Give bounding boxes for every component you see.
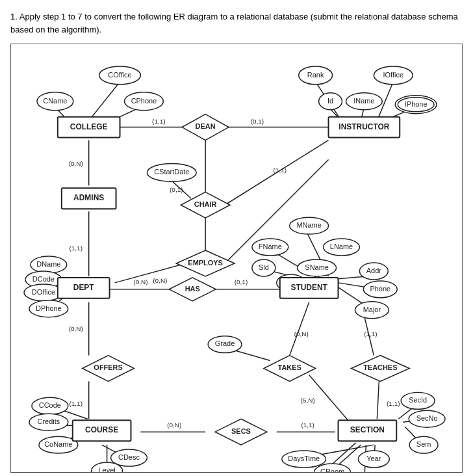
svg-text:SecId: SecId xyxy=(409,396,427,404)
svg-text:(0,N): (0,N) xyxy=(133,279,147,286)
svg-text:STUDENT: STUDENT xyxy=(290,283,327,292)
svg-text:Grade: Grade xyxy=(215,339,235,347)
svg-line-0 xyxy=(89,82,120,121)
svg-text:(0,1): (0,1) xyxy=(170,186,183,193)
svg-text:CDesc: CDesc xyxy=(118,453,140,461)
svg-text:(0,N): (0,N) xyxy=(167,421,181,429)
svg-text:SecNo: SecNo xyxy=(416,414,438,422)
svg-text:SECS: SECS xyxy=(231,427,251,435)
svg-text:Id: Id xyxy=(327,97,333,105)
svg-text:Addr: Addr xyxy=(366,267,381,274)
svg-text:DaysTime: DaysTime xyxy=(288,455,320,462)
svg-line-34 xyxy=(290,302,309,356)
svg-text:IOffice: IOffice xyxy=(383,71,403,79)
svg-text:Year: Year xyxy=(366,455,381,462)
svg-text:Rank: Rank xyxy=(307,71,324,79)
svg-text:CoName: CoName xyxy=(44,440,72,448)
svg-text:DEAN: DEAN xyxy=(196,123,216,131)
svg-text:Major: Major xyxy=(363,306,381,313)
svg-text:COffice: COffice xyxy=(108,71,131,79)
svg-text:HAS: HAS xyxy=(185,285,200,293)
svg-text:(1,1): (1,1) xyxy=(70,400,83,407)
svg-text:MName: MName xyxy=(296,221,321,229)
svg-text:Level: Level xyxy=(99,466,116,472)
svg-text:(1,1): (1,1) xyxy=(274,166,287,174)
svg-text:(1,1): (1,1) xyxy=(364,330,377,337)
svg-text:CCode: CCode xyxy=(39,401,61,409)
svg-text:Sem: Sem xyxy=(416,440,431,448)
svg-text:CRoom: CRoom xyxy=(320,468,344,472)
svg-text:(1,1): (1,1) xyxy=(301,421,314,429)
svg-text:Sld: Sld xyxy=(259,263,269,271)
svg-text:COURSE: COURSE xyxy=(85,425,118,434)
svg-text:(1,1): (1,1) xyxy=(70,245,83,252)
svg-text:Credits: Credits xyxy=(38,417,60,425)
question-number: 1. xyxy=(10,12,18,21)
svg-text:(5,N): (5,N) xyxy=(301,397,315,404)
svg-text:EMPLOYS: EMPLOYS xyxy=(188,259,223,267)
svg-text:(1,1): (1,1) xyxy=(152,118,165,125)
svg-text:DOffice: DOffice xyxy=(32,288,55,296)
svg-text:IPhone: IPhone xyxy=(405,100,428,108)
svg-text:(0,N): (0,N) xyxy=(153,277,167,284)
svg-text:DPhone: DPhone xyxy=(36,304,62,312)
question-body: Apply step 1 to 7 to convert the followi… xyxy=(10,12,458,34)
svg-text:TAKES: TAKES xyxy=(278,364,301,371)
svg-text:(0,1): (0,1) xyxy=(235,279,248,286)
svg-text:(0,N): (0,N) xyxy=(69,160,83,167)
svg-text:CPhone: CPhone xyxy=(131,97,157,105)
question-text: 1. Apply step 1 to 7 to convert the foll… xyxy=(10,10,463,36)
svg-text:OFFERS: OFFERS xyxy=(94,364,122,371)
svg-text:DCode: DCode xyxy=(32,275,55,283)
svg-text:(0,1): (0,1) xyxy=(251,118,264,125)
svg-text:IName: IName xyxy=(353,97,374,105)
svg-text:INSTRUCTOR: INSTRUCTOR xyxy=(339,122,390,131)
svg-text:TEACHES: TEACHES xyxy=(363,364,397,371)
svg-text:DName: DName xyxy=(36,260,60,268)
svg-text:CHAIR: CHAIR xyxy=(194,200,217,208)
svg-text:FName: FName xyxy=(259,243,282,250)
svg-text:CStartDate: CStartDate xyxy=(154,168,189,176)
svg-text:(1,1): (1,1) xyxy=(387,400,400,407)
svg-text:ADMINS: ADMINS xyxy=(73,193,104,202)
svg-text:COLLEGE: COLLEGE xyxy=(70,122,108,131)
svg-line-16 xyxy=(115,263,186,283)
svg-text:(0,N): (0,N) xyxy=(294,330,309,337)
svg-text:SName: SName xyxy=(305,263,329,271)
svg-text:LName: LName xyxy=(330,243,353,250)
svg-text:Phone: Phone xyxy=(370,285,390,293)
svg-text:CName: CName xyxy=(43,97,67,105)
svg-text:SECTION: SECTION xyxy=(350,425,385,434)
svg-text:(0,N): (0,N) xyxy=(69,325,83,332)
svg-text:DEPT: DEPT xyxy=(73,283,95,292)
er-diagram: (1,1) (0,1) (0,N) (1,1) (0,1) (1,1) (0,N… xyxy=(10,44,463,473)
svg-line-38 xyxy=(377,381,379,419)
